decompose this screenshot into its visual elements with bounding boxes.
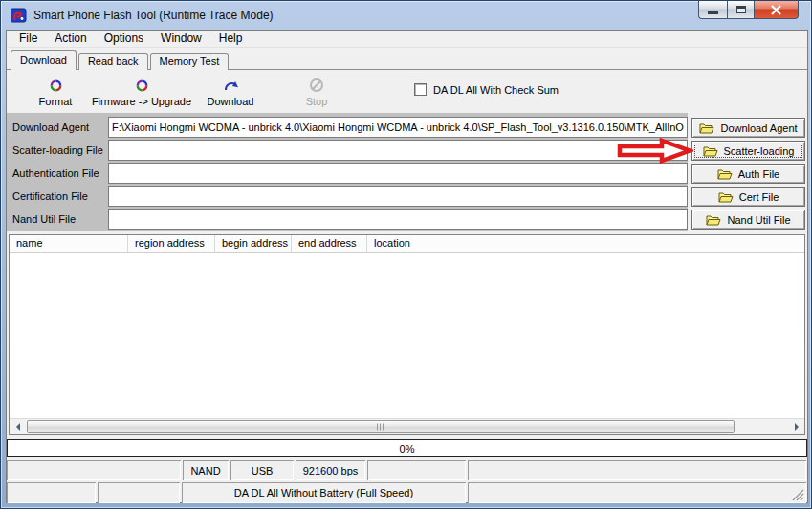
da-dl-checksum-label: DA DL All With Check Sum [433,84,559,96]
tab-memory-test[interactable]: Memory Test [150,53,230,70]
column-header-region-address[interactable]: region address [128,235,215,252]
status-cell-empty [7,460,181,480]
status-cell-empty [7,482,96,503]
open-folder-icon [703,145,718,157]
scatter-loading-button[interactable]: Scatter-loading [691,141,805,161]
scatter-file-label: Scatter-loading File [12,139,103,162]
download-tab-page: Format Firmware -> Upgrade [7,69,807,502]
cert-file-button[interactable]: Cert File [691,187,805,207]
download-agent-field[interactable] [108,117,688,138]
app-logo-icon [11,8,27,23]
app-window: Smart Phone Flash Tool (Runtime Trace Mo… [0,0,812,509]
status-bar-bottom: DA DL All Without Battery (Full Speed) [7,482,807,503]
resize-grip-icon[interactable] [792,489,804,501]
right-arrow-icon [795,423,799,431]
maximize-icon [736,6,746,13]
title-bar: Smart Phone Flash Tool (Runtime Trace Mo… [1,1,811,30]
close-icon [770,5,782,15]
partition-table: name region address begin address end ad… [9,234,805,435]
nand-util-file-button[interactable]: Nand Util File [691,210,805,230]
download-label: Download [208,96,254,107]
menu-file[interactable]: File [11,31,46,47]
column-header-name[interactable]: name [10,235,128,252]
progress-bar: 0% [7,439,807,457]
auth-file-label: Authentication File [12,162,99,185]
scroll-right-button[interactable] [788,419,804,434]
column-header-begin-address[interactable]: begin address [215,235,292,252]
status-cell-download-mode: DA DL All Without Battery (Full Speed) [182,482,466,503]
tab-download[interactable]: Download [11,50,77,70]
scatter-loading-button-label: Scatter-loading [724,145,795,157]
menu-options[interactable]: Options [96,31,152,47]
status-cell-empty [468,460,806,480]
status-cell-connection: USB [230,460,294,480]
nand-util-file-label: Nand Util File [12,208,76,231]
cert-file-label: Certification File [12,185,88,208]
da-dl-checksum-checkbox[interactable] [414,83,427,96]
window-title: Smart Phone Flash Tool (Runtime Trace Mo… [33,9,274,22]
status-bar-top: NAND USB 921600 bps [7,460,807,480]
table-header-row: name region address begin address end ad… [10,235,804,253]
cert-file-button-label: Cert File [739,191,779,203]
open-folder-icon [718,191,734,203]
download-agent-button[interactable]: Download Agent [691,118,805,138]
firmware-upgrade-label: Firmware -> Upgrade [92,96,191,107]
open-folder-icon [717,168,733,180]
nand-util-file-field[interactable] [108,209,688,230]
menu-help[interactable]: Help [210,31,252,47]
tab-strip: Download Read back Memory Test [11,50,229,70]
nand-util-file-button-label: Nand Util File [727,214,790,226]
status-cell-empty [468,482,806,503]
column-header-end-address[interactable]: end address [292,235,367,252]
tab-read-back[interactable]: Read back [78,53,148,70]
format-label: Format [39,96,73,107]
auth-file-button-label: Auth File [738,168,779,180]
stop-label: Stop [306,96,328,107]
status-cell-baudrate: 921600 bps [296,460,365,480]
window-controls [698,1,799,19]
download-curved-arrow-icon [223,77,239,93]
scroll-left-button[interactable] [10,419,26,434]
red-arrow-annotation-icon [617,138,693,164]
auth-file-field[interactable] [108,163,688,184]
open-folder-icon [699,122,714,134]
auth-file-button[interactable]: Auth File [691,164,805,184]
column-header-location[interactable]: location [367,235,804,252]
minimize-icon [708,11,718,14]
open-folder-icon [706,214,721,226]
format-pinwheel-icon [49,77,63,93]
maximize-button[interactable] [727,1,755,19]
minimize-button[interactable] [698,1,727,19]
status-cell-empty [98,482,180,503]
menu-window[interactable]: Window [152,31,210,47]
cert-file-field[interactable] [108,186,688,207]
download-agent-label: Download Agent [12,116,89,139]
horizontal-scrollbar[interactable] [10,418,804,434]
progress-percent: 0% [400,443,415,454]
left-arrow-icon [16,423,20,431]
scatter-file-field[interactable] [108,140,688,161]
status-cell-storage: NAND [183,460,229,480]
scrollbar-thumb[interactable] [27,420,735,433]
close-button[interactable] [755,1,799,19]
status-cell-empty [367,460,466,480]
stop-circle-slash-icon [309,77,324,93]
checksum-checkbox-row: DA DL All With Check Sum [414,83,559,96]
menu-bar: File Action Options Window Help [7,31,807,48]
client-area: File Action Options Window Help Download… [6,30,808,503]
menu-action[interactable]: Action [46,31,95,47]
download-agent-button-label: Download Agent [720,122,797,134]
firmware-upgrade-pinwheel-icon [135,77,149,93]
stop-button[interactable]: Stop [264,77,369,112]
